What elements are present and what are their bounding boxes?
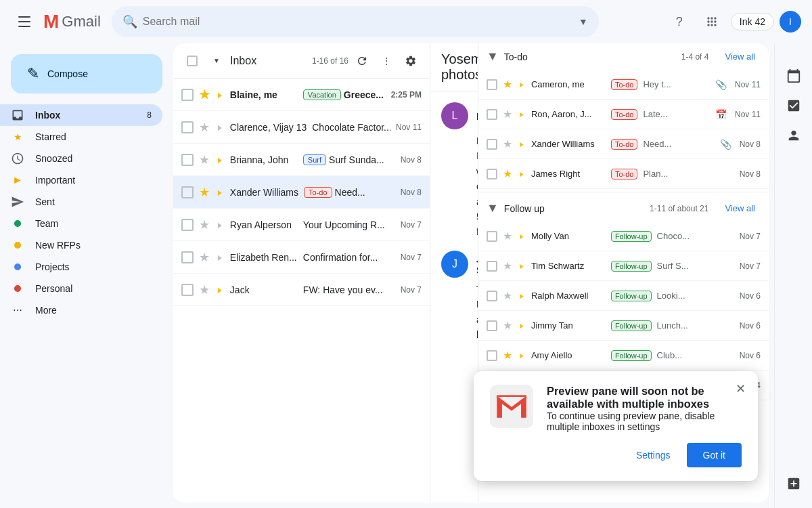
followup-section-header[interactable]: ▼ Follow up 1-11 of about 21 View all: [478, 195, 769, 221]
row-checkbox[interactable]: [487, 291, 497, 301]
row-checkbox[interactable]: [487, 231, 497, 242]
important-icon[interactable]: ►: [519, 80, 524, 89]
apps-button[interactable]: [698, 8, 725, 35]
row-checkbox[interactable]: [181, 219, 194, 231]
row-checkbox[interactable]: [181, 284, 194, 296]
sidebar-item-important[interactable]: ► Important: [0, 169, 162, 191]
email-row[interactable]: ★ ► Blaine, me Vacation Greece... 2:25 P…: [173, 79, 430, 111]
important-icon[interactable]: ►: [217, 122, 223, 133]
star-icon[interactable]: ★: [199, 185, 210, 200]
important-icon[interactable]: ►: [519, 110, 524, 119]
row-checkbox[interactable]: [181, 154, 194, 166]
star-icon[interactable]: ★: [503, 349, 512, 362]
important-icon[interactable]: ►: [519, 140, 524, 149]
got-it-button[interactable]: Got it: [687, 443, 742, 467]
panel-email-row[interactable]: ★ ► Molly Van Follow-up Choco... Nov 7: [478, 221, 769, 251]
star-icon[interactable]: ★: [503, 319, 512, 332]
important-icon[interactable]: ►: [217, 89, 223, 100]
search-expand-icon[interactable]: ▼: [579, 16, 588, 27]
star-icon[interactable]: ★: [199, 217, 210, 232]
add-side-button[interactable]: [780, 470, 807, 497]
row-checkbox[interactable]: [181, 121, 194, 133]
star-icon[interactable]: ★: [199, 87, 210, 102]
tasks-side-button[interactable]: [780, 92, 807, 119]
star-icon[interactable]: ★: [199, 120, 210, 135]
email-row[interactable]: ★ ► Ryan Alperson Your Upcoming R... Nov…: [173, 209, 430, 241]
more-options-button[interactable]: ⋮: [376, 50, 397, 72]
email-row[interactable]: ★ ► Jack FW: Have you ev... Nov 7: [173, 274, 430, 306]
sidebar-item-team[interactable]: Team: [0, 213, 162, 234]
contacts-side-button[interactable]: [780, 122, 807, 149]
star-icon[interactable]: ★: [503, 78, 512, 91]
panel-email-row[interactable]: ★ ► Xander Williams To-do Need... 📎 Nov …: [478, 129, 769, 159]
row-checkbox[interactable]: [181, 186, 194, 198]
select-all-dropdown[interactable]: ▼: [206, 50, 227, 72]
important-icon[interactable]: ►: [519, 261, 524, 271]
search-bar[interactable]: 🔍 ▼: [112, 6, 599, 37]
important-icon[interactable]: ►: [217, 284, 223, 295]
panel-email-row[interactable]: ★ ► Jimmy Tan Follow-up Lunch... Nov 6: [478, 311, 769, 341]
star-icon[interactable]: ★: [199, 152, 210, 167]
settings-button[interactable]: Settings: [625, 443, 681, 467]
sidebar-item-more[interactable]: ⋯ More: [0, 299, 162, 321]
compose-button[interactable]: ✎ Compose: [11, 54, 162, 93]
sidebar-item-starred[interactable]: ★ Starred: [0, 126, 162, 148]
email-row[interactable]: ★ ► Clarence, Vijay 13 Chocolate Factor.…: [173, 111, 430, 144]
email-row[interactable]: ★ ► Brianna, John Surf Surf Sunda... Nov…: [173, 144, 430, 176]
panel-email-row[interactable]: ★ ► James Right To-do Plan... Nov 8: [478, 159, 769, 189]
star-icon[interactable]: ★: [199, 250, 210, 265]
email-row[interactable]: ★ ► Xander Williams To-do Need... Nov 8: [173, 176, 430, 209]
sidebar-item-new-rfps[interactable]: New RFPs: [0, 234, 162, 256]
svg-rect-0: [490, 385, 533, 428]
account-switcher[interactable]: Ink 42: [731, 13, 774, 30]
email-row[interactable]: ★ ► Elizabeth Ren... Confirmation for...…: [173, 241, 430, 274]
panel-email-row[interactable]: ★ ► Amy Aiello Follow-up Club... Nov 6: [478, 341, 769, 371]
important-icon[interactable]: ►: [519, 291, 524, 301]
star-icon[interactable]: ★: [503, 289, 512, 302]
important-icon[interactable]: ►: [217, 187, 223, 198]
sidebar-item-inbox[interactable]: Inbox 8: [0, 104, 162, 126]
row-checkbox[interactable]: [487, 350, 497, 361]
important-icon[interactable]: ►: [519, 169, 524, 179]
important-icon[interactable]: ►: [217, 154, 223, 165]
star-icon[interactable]: ★: [503, 167, 512, 180]
star-icon[interactable]: ★: [199, 282, 210, 297]
account-avatar[interactable]: I: [780, 11, 801, 33]
sidebar-item-projects[interactable]: Projects: [0, 256, 162, 278]
sidebar-item-sent[interactable]: Sent: [0, 191, 162, 213]
important-icon[interactable]: ►: [519, 351, 524, 360]
notification-close-button[interactable]: ✕: [731, 379, 750, 398]
settings-button[interactable]: [400, 50, 422, 72]
todo-view-all[interactable]: View all: [719, 49, 761, 64]
sidebar-item-personal[interactable]: Personal: [0, 278, 162, 299]
row-checkbox[interactable]: [487, 79, 497, 90]
followup-view-all[interactable]: View all: [719, 200, 761, 216]
row-checkbox[interactable]: [487, 139, 497, 150]
select-all-checkbox[interactable]: [181, 50, 203, 72]
row-checkbox[interactable]: [487, 109, 497, 120]
help-button[interactable]: ?: [666, 8, 693, 35]
hamburger-menu[interactable]: [11, 8, 38, 35]
refresh-button[interactable]: [351, 50, 373, 72]
star-icon[interactable]: ★: [503, 230, 512, 242]
sidebar-item-snoozed[interactable]: Snoozed: [0, 148, 162, 169]
row-checkbox[interactable]: [487, 261, 497, 272]
important-icon[interactable]: ►: [519, 232, 524, 241]
panel-email-row[interactable]: ★ ► Tim Schwartz Follow-up Surf S... Nov…: [478, 251, 769, 281]
row-checkbox[interactable]: [181, 251, 194, 263]
panel-email-row[interactable]: ★ ► Ron, Aaron, J... To-do Late... 📅 Nov…: [478, 100, 769, 129]
row-checkbox[interactable]: [181, 89, 194, 101]
star-icon[interactable]: ★: [503, 259, 512, 272]
calendar-side-button[interactable]: [780, 62, 807, 89]
important-icon[interactable]: ►: [217, 252, 223, 263]
star-icon[interactable]: ★: [503, 108, 512, 121]
panel-email-row[interactable]: ★ ► Ralph Maxwell Follow-up Looki... Nov…: [478, 281, 769, 311]
row-checkbox[interactable]: [487, 320, 497, 331]
important-icon[interactable]: ►: [217, 219, 223, 230]
important-icon[interactable]: ►: [519, 321, 524, 331]
todo-section-header[interactable]: ▼ To-do 1-4 of 4 View all: [478, 43, 769, 70]
star-icon[interactable]: ★: [503, 137, 512, 150]
panel-email-row[interactable]: ★ ► Cameron, me To-do Hey t... 📎 Nov 11: [478, 70, 769, 100]
row-checkbox[interactable]: [487, 169, 497, 179]
search-input[interactable]: [143, 16, 573, 28]
